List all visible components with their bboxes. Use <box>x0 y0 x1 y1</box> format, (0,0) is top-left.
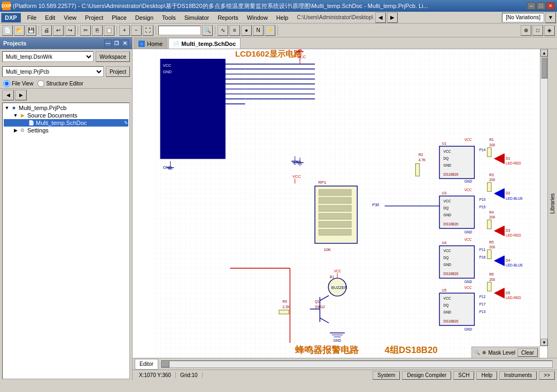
tree-item-source-docs[interactable]: ▼ ▶ Source Documents <box>4 112 128 119</box>
expand-icon-source: ▼ <box>12 113 19 118</box>
svg-text:D5: D5 <box>506 291 510 295</box>
panel-back-btn[interactable]: ◀ <box>2 90 14 100</box>
project-label: Multi_temp.PrjPcb <box>19 105 66 111</box>
sch-btn[interactable]: SCH <box>453 371 474 380</box>
project-button[interactable]: Project <box>106 66 130 77</box>
tab-home[interactable]: ⌂ Home <box>134 38 167 49</box>
svg-rect-28 <box>319 222 352 228</box>
svg-text:4.7K: 4.7K <box>419 158 426 162</box>
nav-forward[interactable]: ▶ <box>387 12 398 23</box>
menu-edit[interactable]: Edit <box>41 13 59 22</box>
panel-restore-btn[interactable]: ❐ <box>113 40 120 47</box>
tree-item-settings[interactable]: ▶ ⚙ Settings <box>4 127 128 134</box>
main-layout: Projects — ❐ ✕ Multi_temp.DsnWrk Workspa… <box>0 37 557 380</box>
design-compiler-btn[interactable]: Design Compiler <box>402 371 451 380</box>
dxp-logo[interactable]: DXP <box>1 13 21 22</box>
structure-editor-radio[interactable]: Structure Editor <box>37 80 83 87</box>
svg-text:P16: P16 <box>479 255 486 259</box>
tree-item-schdoc[interactable]: 📄 Multi_temp.SchDoc ✎ <box>4 119 128 127</box>
menu-file[interactable]: File <box>23 13 41 22</box>
svg-text:R5: R5 <box>489 240 494 244</box>
expand-icon-settings: ▶ <box>12 128 19 133</box>
menu-bar: DXP File Edit View Project Place Design … <box>0 12 557 23</box>
system-btn[interactable]: System <box>373 371 400 380</box>
file-view-radio[interactable]: File View <box>3 80 33 87</box>
menu-design[interactable]: Design <box>131 13 158 22</box>
close-button[interactable]: ✕ <box>546 2 555 10</box>
tb-wire[interactable]: ∿ <box>218 25 228 36</box>
tb-mask[interactable]: □ <box>532 25 543 36</box>
tb-netlabel[interactable]: N <box>253 25 264 36</box>
nav-back[interactable]: ◀ <box>375 12 386 23</box>
settings-label: Settings <box>27 127 49 134</box>
svg-text:VCC: VCC <box>444 296 451 300</box>
tb-undo[interactable]: ↩ <box>53 25 64 36</box>
svg-text:D3: D3 <box>506 229 510 232</box>
svg-text:R3: R3 <box>489 173 494 177</box>
library-panel-tab[interactable]: Libraries <box>547 49 557 358</box>
expand-icon-project: ▼ <box>4 105 10 111</box>
scroll-up-btn[interactable]: ▲ <box>540 49 548 57</box>
horizontal-scrollbar[interactable] <box>161 360 553 368</box>
editor-tab[interactable]: Editor <box>135 359 158 370</box>
tb-save[interactable]: 💾 <box>26 25 36 36</box>
menu-project[interactable]: Project <box>81 13 107 22</box>
menu-reports[interactable]: Reports <box>213 13 243 22</box>
tb-bus[interactable]: ≡ <box>229 25 240 36</box>
svg-rect-24 <box>319 190 352 195</box>
schematic-canvas[interactable]: VCC GND LCD1602显示电路 VCC GND <box>133 49 557 358</box>
menu-window[interactable]: Window <box>243 13 272 22</box>
variations-selector[interactable]: [No Variations] <box>502 13 544 22</box>
variations-dropdown[interactable]: ▼ <box>545 12 556 23</box>
menu-view[interactable]: View <box>59 13 81 22</box>
menu-tools[interactable]: Tools <box>158 13 180 22</box>
project-dropdown[interactable]: Multi_temp.PrjPcb <box>2 66 104 77</box>
tb-paste[interactable]: 📋 <box>104 25 114 36</box>
tb-highlight[interactable]: ◈ <box>544 25 555 36</box>
panel-minimize-btn[interactable]: — <box>104 40 112 47</box>
tb-junction[interactable]: ● <box>241 25 252 36</box>
tb-power[interactable]: ⚡ <box>265 25 275 36</box>
maximize-button[interactable]: □ <box>537 2 545 10</box>
svg-text:GND: GND <box>444 310 452 314</box>
tb-search[interactable] <box>158 26 201 35</box>
tb-open[interactable]: 📂 <box>14 25 25 36</box>
workspace-button[interactable]: Workspace <box>96 51 130 62</box>
tb-search-btn[interactable]: 🔍 <box>202 25 213 36</box>
project-row: Multi_temp.PrjPcb Project <box>0 64 132 79</box>
tree-item-project[interactable]: ▼ ■ Multi_temp.PrjPcb <box>4 104 128 112</box>
tb-cross-probe[interactable]: ⊕ <box>521 25 531 36</box>
svg-text:GND: GND <box>465 230 473 234</box>
tb-zoom-out[interactable]: − <box>131 25 142 36</box>
doc-icon: 📄 <box>27 120 35 126</box>
svg-rect-93 <box>488 220 491 229</box>
scroll-down-btn[interactable]: ▼ <box>540 339 548 346</box>
panel-header-controls: — ❐ ✕ <box>104 40 129 47</box>
tb-new[interactable]: 📄 <box>2 25 13 36</box>
instruments-btn[interactable]: Instruments <box>499 371 537 380</box>
menu-simulator[interactable]: Simulator <box>180 13 213 22</box>
panel-forward-btn[interactable]: ▶ <box>15 90 27 100</box>
view-selector: File View Structure Editor <box>0 79 132 88</box>
tab-schdoc[interactable]: 📄 Multi_temp.SchDoc <box>168 38 241 49</box>
svg-text:U3: U3 <box>442 191 447 195</box>
menu-place[interactable]: Place <box>107 13 131 22</box>
help-status-btn[interactable]: Help <box>476 371 497 380</box>
clear-button[interactable]: Clear <box>517 348 538 357</box>
svg-text:LED-BLUE: LED-BLUE <box>506 197 523 200</box>
minimize-button[interactable]: ─ <box>527 2 536 10</box>
tb-cut[interactable]: ✂ <box>80 25 91 36</box>
tb-print[interactable]: 🖨 <box>41 25 52 36</box>
tb-fit[interactable]: ⛶ <box>143 25 153 36</box>
h-scroll-thumb[interactable] <box>162 361 169 367</box>
schdoc-label: Multi_temp.SchDoc <box>36 120 87 126</box>
menu-help[interactable]: Help <box>272 13 293 22</box>
more-btn[interactable]: >> <box>539 371 555 380</box>
panel-close-btn[interactable]: ✕ <box>121 40 129 47</box>
scroll-thumb[interactable] <box>541 57 547 79</box>
tb-redo[interactable]: ↪ <box>65 25 75 36</box>
tb-zoom-in[interactable]: + <box>119 25 130 36</box>
workspace-dropdown[interactable]: Multi_temp.DsnWrk <box>2 51 94 62</box>
tb-copy[interactable]: ⎘ <box>92 25 103 36</box>
svg-text:GND: GND <box>334 339 342 342</box>
